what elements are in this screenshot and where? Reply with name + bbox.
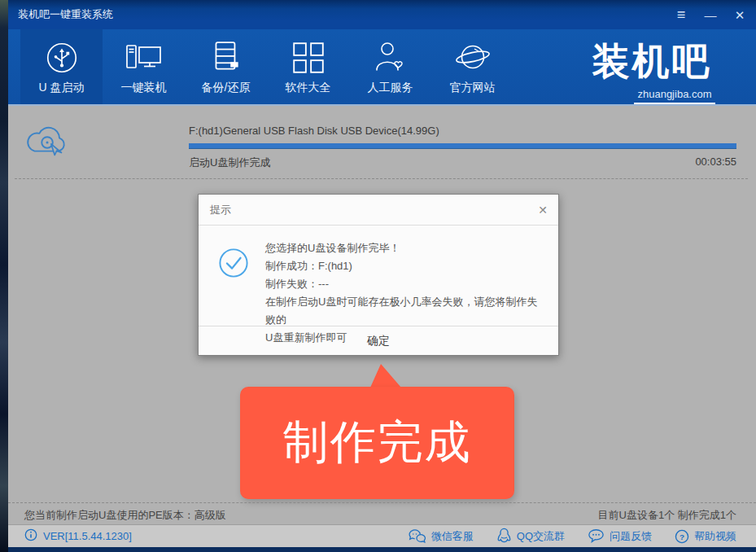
cloud-disk-icon <box>24 119 72 168</box>
nav-item-website[interactable]: 官方网站 <box>431 29 513 104</box>
qq-group-link[interactable]: QQ交流群 <box>496 528 565 545</box>
feedback-icon <box>588 528 605 544</box>
footer-links: 微信客服 QQ交流群 <box>409 528 756 545</box>
info-icon <box>24 528 37 544</box>
usb-icon <box>43 39 81 77</box>
dialog-header: 提示 ✕ <box>199 195 558 226</box>
nav-label: 人工服务 <box>368 81 413 95</box>
computer-icon <box>124 39 164 77</box>
app-window: 装机吧一键重装系统 ≡ — ✕ <box>8 0 756 552</box>
website-icon <box>453 39 492 77</box>
desktop-background-strip <box>0 0 8 552</box>
section-divider <box>15 178 748 179</box>
main-nav: U 盘启动 一键装机 <box>8 29 756 106</box>
progress-bar-fill <box>189 143 736 149</box>
nav-label: U 盘启动 <box>39 81 85 95</box>
device-count-status: 目前U盘设备1个 制作完成1个 <box>598 508 736 523</box>
nav-item-one-click-install[interactable]: 一键装机 <box>103 29 185 104</box>
status-bar: 您当前制作启动U盘使用的PE版本：高级版 目前U盘设备1个 制作完成1个 <box>8 502 756 524</box>
window-controls: ≡ — ✕ <box>673 0 748 29</box>
nav-label: 备份/还原 <box>202 81 251 95</box>
result-dialog: 提示 ✕ 您选择的U盘设备制作完毕！ 制作成功：F:(hd1) 制作失败：---… <box>198 194 559 356</box>
help-icon: ? <box>675 529 689 544</box>
dialog-line: 您选择的U盘设备制作完毕！ <box>265 239 545 257</box>
version-label: VER[11.5.44.1230] <box>43 530 132 542</box>
progress-status: 启动U盘制作完成 <box>189 156 270 170</box>
nav-item-usb-boot[interactable]: U 盘启动 <box>20 29 103 104</box>
brand-logo[interactable]: 装机吧 zhuangjiba.com <box>572 37 732 104</box>
dialog-line: 制作失败：--- <box>265 275 545 293</box>
footer-link-label: 帮助视频 <box>694 529 736 544</box>
backup-icon <box>208 39 245 77</box>
software-icon <box>290 39 327 77</box>
qq-icon <box>496 528 512 545</box>
wechat-icon <box>409 528 426 544</box>
help-video-link[interactable]: ? 帮助视频 <box>675 528 736 545</box>
nav-label: 一键装机 <box>121 81 167 95</box>
dialog-line: 在制作启动U盘时可能存在极小几率会失败，请您将制作失败的 <box>265 293 545 329</box>
footer-link-label: 微信客服 <box>431 529 474 544</box>
footer-link-label: QQ交流群 <box>517 529 565 544</box>
titlebar: 装机吧一键重装系统 ≡ — ✕ <box>8 0 756 29</box>
window-title: 装机吧一键重装系统 <box>18 0 113 29</box>
elapsed-time: 00:03:55 <box>695 156 736 168</box>
window-bottom-border <box>8 547 756 552</box>
brand-logo-text: 装机吧 <box>572 37 732 86</box>
pe-version-status: 您当前制作启动U盘使用的PE版本：高级版 <box>24 508 226 523</box>
nav-label: 软件大全 <box>286 81 331 95</box>
nav-item-backup-restore[interactable]: 备份/还原 <box>185 29 267 104</box>
completion-callout-text: 制作完成 <box>283 412 472 474</box>
footer-bar: VER[11.5.44.1230] 微信客服 <box>8 524 756 547</box>
dialog-close-icon[interactable]: ✕ <box>538 195 548 226</box>
nav-item-software[interactable]: 软件大全 <box>267 29 349 104</box>
device-label: F:(hd1)General USB Flash Disk USB Device… <box>189 125 439 137</box>
dialog-title: 提示 <box>210 195 231 226</box>
ok-button[interactable]: 确定 <box>199 326 558 355</box>
minimize-icon[interactable]: — <box>702 9 719 21</box>
completion-callout: 制作完成 <box>240 387 514 499</box>
svg-text:?: ? <box>680 532 684 541</box>
progress-bar <box>189 143 736 149</box>
service-icon <box>371 39 410 77</box>
footer-link-label: 问题反馈 <box>610 529 652 544</box>
nav-label: 官方网站 <box>450 81 496 95</box>
feedback-link[interactable]: 问题反馈 <box>588 528 652 545</box>
wechat-support-link[interactable]: 微信客服 <box>409 528 474 545</box>
close-icon[interactable]: ✕ <box>732 9 748 21</box>
nav-item-support[interactable]: 人工服务 <box>349 29 431 104</box>
menu-icon[interactable]: ≡ <box>673 7 689 22</box>
brand-logo-domain: zhuangjiba.com <box>634 88 714 104</box>
version-info[interactable]: VER[11.5.44.1230] <box>8 528 132 544</box>
dialog-line: 制作成功：F:(hd1) <box>265 257 545 275</box>
